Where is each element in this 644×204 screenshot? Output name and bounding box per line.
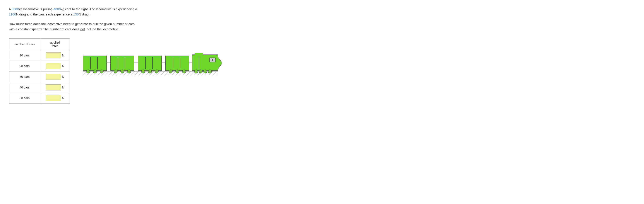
question-text3: include the locomotive.: [85, 27, 119, 31]
train-car-3: [138, 56, 162, 71]
loco-window: [210, 57, 216, 62]
car-drag: 150: [73, 12, 79, 16]
force-input[interactable]: [46, 74, 61, 80]
cars-label: 50 cars: [9, 93, 40, 104]
col2-header: applied force: [40, 38, 70, 50]
table-row: 10 carsN: [9, 50, 70, 61]
svg-rect-1: [83, 71, 218, 75]
loco-mass: 5000: [12, 7, 19, 11]
force-cell[interactable]: N: [40, 93, 70, 104]
cars-label: 20 cars: [9, 61, 40, 71]
cars-label: 30 cars: [9, 71, 40, 82]
locomotive: [192, 54, 218, 71]
data-table: number of cars applied force 10 carsN20 …: [9, 38, 70, 104]
car-mass: 4000: [54, 7, 61, 11]
connector-2-3: [134, 63, 138, 63]
question-text1: How much force does the locomotive need …: [9, 22, 134, 26]
force-cell[interactable]: N: [40, 71, 70, 82]
question-paragraph: How much force does the locomotive need …: [9, 21, 162, 32]
force-cell[interactable]: N: [40, 61, 70, 71]
intro-line1: A 5000kg locomotive is pulling 4000kg ca…: [9, 7, 137, 11]
table-row: 20 carsN: [9, 61, 70, 71]
cars-label: 10 cars: [9, 50, 40, 61]
force-input[interactable]: [46, 52, 61, 58]
unit-label: N: [62, 54, 64, 57]
train-car-4: [165, 56, 189, 71]
table-container: number of cars applied force 10 carsN20 …: [9, 38, 70, 104]
table-row: 50 carsN: [9, 93, 70, 104]
table-row: 40 carsN: [9, 82, 70, 93]
loco-drag: 1100: [9, 12, 16, 16]
connector-1-2: [106, 63, 110, 63]
unit-label: N: [62, 86, 64, 89]
train-illustration: [83, 40, 218, 75]
intro-line2: 1100N drag and the cars each experience …: [9, 12, 90, 16]
force-cell[interactable]: N: [40, 50, 70, 61]
question-text2: with a constant speed? The number of car…: [9, 27, 80, 31]
connector-3-4: [162, 63, 165, 63]
intro-paragraph: A 5000kg locomotive is pulling 4000kg ca…: [9, 6, 162, 17]
ground-hatch: [83, 71, 218, 75]
main-layout: number of cars applied force 10 carsN20 …: [9, 38, 635, 104]
force-input[interactable]: [46, 84, 61, 90]
force-input[interactable]: [46, 95, 61, 101]
table-row: 30 carsN: [9, 71, 70, 82]
col1-header: number of cars: [9, 38, 40, 50]
unit-label: N: [62, 96, 64, 100]
unit-label: N: [62, 64, 64, 68]
cars-label: 40 cars: [9, 82, 40, 93]
unit-label: N: [62, 75, 64, 78]
force-input[interactable]: [46, 63, 61, 69]
train-car-2: [110, 56, 134, 71]
train-car-1: [83, 56, 107, 71]
loco-top: [194, 53, 203, 55]
loco-nose: [218, 57, 222, 69]
force-cell[interactable]: N: [40, 82, 70, 93]
question-not: not: [80, 27, 85, 31]
